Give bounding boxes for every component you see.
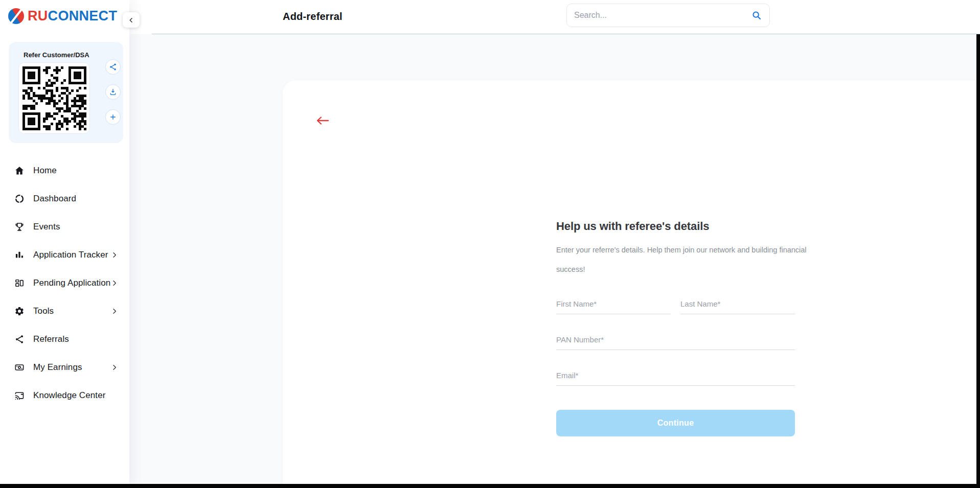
sidebar-item-label: My Earnings [33, 362, 82, 373]
share-network-icon [14, 334, 25, 344]
qr-actions [105, 59, 121, 125]
plus-icon [109, 113, 117, 121]
sidebar-item-label: Tools [33, 306, 54, 316]
pan-number-field[interactable] [556, 330, 795, 350]
sidebar-menu: Home Dashboard Events Application Tracke… [0, 156, 129, 409]
gear-icon [14, 306, 25, 316]
sidebar-item-home[interactable]: Home [0, 156, 129, 184]
dashboard-icon [14, 193, 25, 204]
horizontal-scrollbar[interactable] [0, 484, 980, 488]
refer-qr-card: Refer Customer/DSA [9, 42, 123, 143]
search-bar [566, 4, 770, 27]
bar-chart-icon [14, 249, 25, 260]
form-subtitle: Enter your referre's details. Help them … [556, 240, 830, 279]
continue-button[interactable]: Continue [556, 410, 795, 436]
last-name-field[interactable] [680, 294, 795, 314]
sidebar-item-label: Knowledge Center [33, 390, 105, 401]
sidebar-item-label: Pending Application [33, 278, 110, 288]
cash-icon [14, 362, 25, 373]
content-area: Help us with referee's details Enter you… [129, 34, 976, 484]
sidebar-item-knowledge-center[interactable]: Knowledge Center [0, 381, 129, 409]
add-referral-card: Help us with referee's details Enter you… [283, 80, 980, 488]
sidebar-item-label: Dashboard [33, 194, 76, 204]
page-title: Add-referral [283, 11, 343, 22]
form-heading: Help us with referee's details [556, 220, 795, 233]
sidebar-item-tools[interactable]: Tools [0, 297, 129, 325]
ruconnect-logo-text: RUCONNECT [28, 8, 117, 24]
qr-code [22, 66, 86, 130]
sidebar-item-my-earnings[interactable]: My Earnings [0, 353, 129, 381]
sidebar-collapse-button[interactable] [123, 12, 140, 28]
download-qr-button[interactable] [105, 84, 121, 100]
trophy-icon [14, 221, 25, 232]
cast-education-icon [14, 390, 25, 401]
sidebar: RUCONNECT Refer Customer/DSA [0, 0, 129, 484]
chevron-right-icon [110, 279, 119, 287]
ruconnect-logo-icon [8, 8, 24, 24]
sidebar-item-referrals[interactable]: Referrals [0, 325, 129, 353]
chevron-right-icon [110, 251, 119, 259]
sidebar-item-pending-application[interactable]: Pending Application [0, 269, 129, 297]
chevron-right-icon [110, 307, 119, 315]
qr-code-box [18, 62, 90, 134]
first-name-field[interactable] [556, 294, 671, 314]
arrow-left-icon [315, 115, 330, 126]
share-qr-button[interactable] [105, 59, 121, 75]
referee-form: Help us with referee's details Enter you… [556, 220, 795, 436]
sidebar-item-label: Home [33, 166, 57, 176]
vertical-scrollbar[interactable] [976, 34, 980, 488]
refer-card-title: Refer Customer/DSA [24, 51, 89, 59]
email-field[interactable] [556, 365, 795, 386]
header-divider [152, 34, 980, 34]
sidebar-item-dashboard[interactable]: Dashboard [0, 184, 129, 213]
add-qr-button[interactable] [105, 109, 121, 125]
chevron-left-icon [127, 16, 135, 24]
magnifier-icon[interactable] [751, 10, 762, 21]
back-button[interactable] [315, 114, 333, 127]
layout-grid-icon [14, 277, 25, 288]
sidebar-item-label: Application Tracker [33, 250, 108, 260]
sidebar-item-events[interactable]: Events [0, 213, 129, 241]
chevron-right-icon [110, 363, 119, 371]
download-icon [109, 88, 117, 96]
sidebar-item-label: Referrals [33, 334, 69, 344]
sidebar-item-label: Events [33, 222, 60, 232]
search-input[interactable] [574, 11, 751, 20]
ruconnect-logo[interactable]: RUCONNECT [8, 8, 117, 24]
sidebar-item-application-tracker[interactable]: Application Tracker [0, 241, 129, 269]
share-icon [109, 63, 117, 71]
home-icon [14, 165, 25, 176]
header: Add-referral ₹ 35.96 [129, 0, 980, 34]
